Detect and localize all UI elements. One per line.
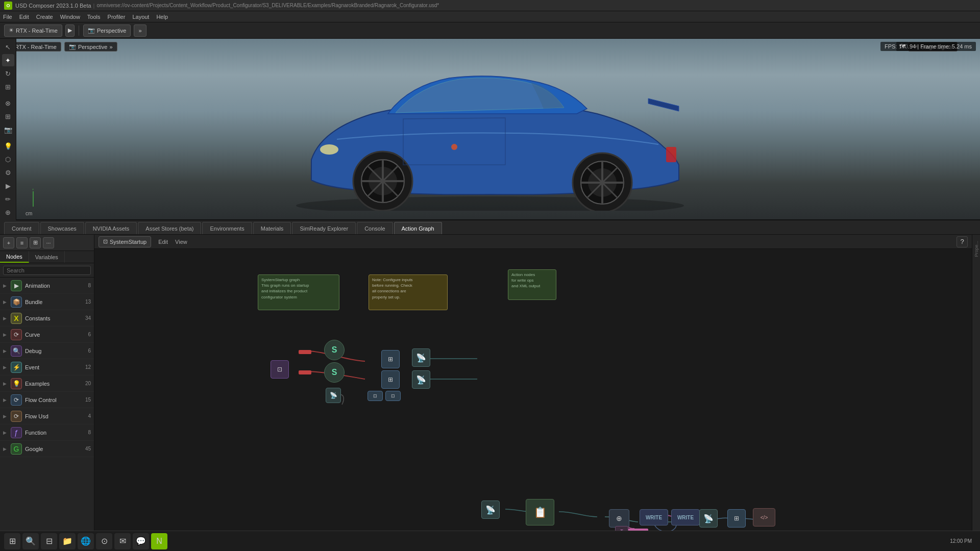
viewport[interactable]: ☀ RTX - Real-Time 📷 Perspective » ☀ Stag… [0,39,980,220]
ag-dots-btn[interactable]: ··· [43,237,54,248]
taskbar-edge[interactable]: 🌐 [78,533,94,549]
map-icon-btn[interactable]: 🗺 [896,42,909,51]
svg-point-15 [320,144,338,155]
properties-label: Prope... [974,241,979,257]
ag-group-debug[interactable]: ▶ 🔍 Debug 6 [0,343,94,359]
taskbar-search[interactable]: 🔍 [22,533,39,549]
node-wifi-1[interactable]: 📡 [412,348,430,367]
physics-btn[interactable]: ⚙ [2,166,14,179]
node-xml-1[interactable]: </> [753,508,775,527]
red-bar-2 [299,370,311,374]
graph-area[interactable]: SystemStartup graphThis graph runs on st… [94,249,972,531]
menu-layout[interactable]: Layout [132,14,149,20]
tab-console[interactable]: Console [357,222,393,234]
move-tool-btn[interactable]: ✦ [2,54,14,66]
taskbar-mail[interactable]: ✉ [114,533,131,549]
ag-layout-btn[interactable]: ≡ [16,237,28,248]
node-wifi-right-1[interactable]: 📡 [699,509,718,528]
ag-group-animation[interactable]: ▶ ▶ Animation 8 [0,278,94,294]
menu-edit[interactable]: Edit [19,14,29,20]
flow-control-icon: ⟳ [11,394,22,406]
tab-showcases[interactable]: Showcases [40,222,84,234]
extra-btn[interactable]: ⊕ [2,206,14,218]
ag-group-curve[interactable]: ▶ ⟳ Curve 6 [0,327,94,343]
menu-create[interactable]: Create [36,14,53,20]
node-wifi-bottom[interactable]: 📡 [326,388,341,403]
ag-node-list: ▶ ▶ Animation 8 ▶ 📦 Bundle 13 ▶ X Consta… [0,278,94,531]
edit-btn[interactable]: Edit [158,239,168,245]
node-wifi-mid-1[interactable]: 📡 [481,500,500,519]
snap-btn[interactable]: ⊗ [2,97,14,109]
play-btn[interactable]: ▶ [2,180,14,192]
ag-group-flow-control[interactable]: ▶ ⟳ Flow Control 15 [0,392,94,408]
node-s-2[interactable]: S [324,362,345,383]
canvas-tab-system-startup[interactable]: ⊡ SystemStartup [99,236,151,247]
light-btn[interactable]: 💡 [2,140,14,152]
ag-search-input[interactable] [3,266,91,275]
ag-group-flow-usd[interactable]: ▶ ⟳ Flow Usd 4 [0,408,94,424]
taskbar-clock: 12:00 PM [950,538,972,544]
select-tool-btn[interactable]: ↖ [2,41,14,53]
camera-badge[interactable]: 📷 Perspective » [64,42,117,52]
node-canvas[interactable]: ⊡ SystemStartup Edit View ? [94,235,972,531]
tab-simready[interactable]: SimReady Explorer [292,222,356,234]
taskbar-explorer[interactable]: 📁 [59,533,76,549]
render-btn[interactable]: ⬡ [2,153,14,165]
grid-btn[interactable]: ⊞ [2,110,14,122]
camera-btn-left[interactable]: 📷 [2,123,14,136]
rotate-tool-btn[interactable]: ↻ [2,67,14,80]
toolbar-btn-2[interactable]: ▶ [65,24,75,37]
event-icon: ⚡ [11,362,22,373]
paint-btn[interactable]: ✏ [2,193,14,205]
menu-profiler[interactable]: Profiler [108,14,126,20]
taskbar-slack[interactable]: 💬 [133,533,149,549]
rtx-realtime-btn[interactable]: ☀ RTX - Real-Time [4,24,62,37]
node-doc-1[interactable]: 📋 [526,499,554,525]
ag-group-examples[interactable]: ▶ 💡 Examples 20 [0,375,94,392]
node-teal-1[interactable]: ⊞ [381,350,400,368]
node-input-small[interactable]: T [615,526,628,531]
ag-variables-tab[interactable]: Variables [29,251,65,263]
node-wifi-2[interactable]: 📡 [412,370,430,389]
ag-group-constants[interactable]: ▶ X Constants 34 [0,310,94,327]
taskbar-chrome[interactable]: ⊙ [96,533,112,549]
ag-group-google[interactable]: ▶ G Google 45 [0,441,94,457]
menu-file[interactable]: File [3,14,12,20]
view-btn[interactable]: View [175,239,187,245]
node-write-2[interactable]: WRITE [671,509,700,525]
tab-nvidia-assets[interactable]: NVIDIA Assets [85,222,137,234]
title-bar: O USD Composer 2023.1.0 Beta | omniverse… [0,0,980,11]
tab-environments[interactable]: Environments [202,222,252,234]
ag-nodes-tab[interactable]: Nodes [0,251,29,263]
taskbar-start[interactable]: ⊞ [4,533,20,549]
node-write-1[interactable]: WRITE [640,509,668,525]
perspective-arrow[interactable]: » [134,24,146,37]
camera-btn[interactable]: 📷 Perspective [83,24,131,37]
node-purple-1[interactable]: ⊡ [271,360,289,379]
tab-asset-stores[interactable]: Asset Stores (beta) [138,222,201,234]
node-s-1[interactable]: S [324,340,345,360]
taskbar-taskview[interactable]: ⊟ [41,533,57,549]
tab-materials[interactable]: Materials [253,222,291,234]
node-teal-2[interactable]: ⊞ [381,370,400,389]
menu-window[interactable]: Window [60,14,80,20]
node-branch-1[interactable]: ⊕ [609,509,629,528]
ag-group-bundle[interactable]: ▶ 📦 Bundle 13 [0,294,94,310]
menu-tools[interactable]: Tools [87,14,101,20]
ag-group-function[interactable]: ▶ ƒ Function 8 [0,424,94,441]
node-square-right-1[interactable]: ⊞ [727,509,746,528]
node-small-2[interactable]: ⊡ [385,391,401,401]
ag-add-btn[interactable]: + [3,237,14,248]
taskbar-nvidia[interactable]: N [151,533,167,549]
menu-help[interactable]: Help [156,14,168,20]
tab-action-graph[interactable]: Action Graph [394,222,442,234]
ag-layout2-btn[interactable]: ⊞ [30,237,41,248]
node-small-1[interactable]: ⊡ [368,391,383,401]
debug-icon: 🔍 [11,345,22,357]
tab-content[interactable]: Content [4,222,39,234]
help-btn[interactable]: ? [957,236,968,247]
ag-toolbar: + ≡ ⊞ ··· [0,235,94,251]
examples-icon: 💡 [11,378,22,389]
scale-tool-btn[interactable]: ⊞ [2,81,14,93]
ag-group-event[interactable]: ▶ ⚡ Event 12 [0,359,94,375]
